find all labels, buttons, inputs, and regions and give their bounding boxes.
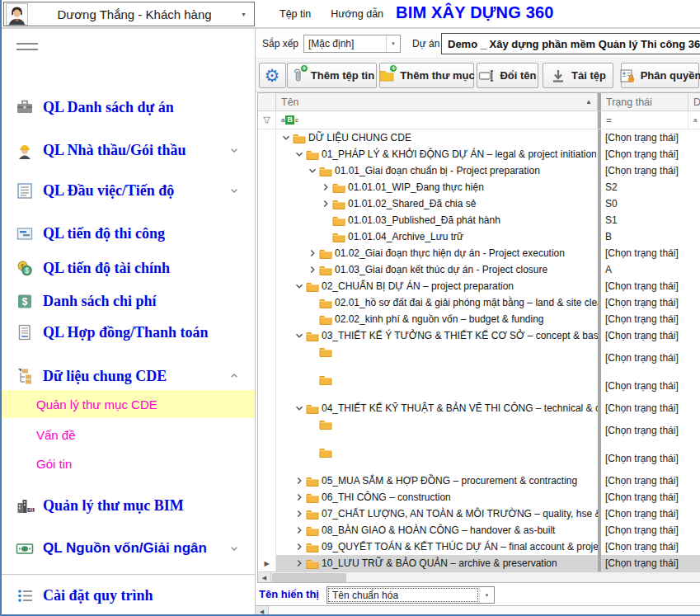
user-selector[interactable]: Dương Thắng - Khách hàng ▼ [3, 2, 255, 26]
status-cell[interactable]: [Chọn trạng thái] [601, 311, 688, 327]
name-cell[interactable]: 04.02_bản vẽ thi công & yêu cầu kỹ thuật… [276, 444, 598, 473]
filter-name-cell[interactable]: aBc [276, 111, 598, 129]
add-folder-button[interactable]: +Thêm thư mục [379, 63, 474, 88]
display-name-select[interactable]: Tên chuẩn hóa ▼ [327, 586, 495, 604]
status-cell[interactable]: [Chọn trạng thái] [601, 344, 688, 372]
tree-row[interactable]: 04.01_thiết kế kỹ thuật & phối hợp bim –… [258, 416, 700, 444]
expand-icon[interactable] [293, 557, 306, 569]
status-cell[interactable]: [Chọn trạng thái] [601, 400, 688, 416]
name-cell[interactable]: 01.02_Giai đoạn thực hiện dự án - Projec… [276, 245, 598, 261]
tree-row[interactable]: 02.01_hồ sơ đất đai & giải phóng mặt bằn… [258, 294, 700, 311]
status-cell[interactable]: [Chọn trạng thái] [601, 489, 688, 505]
status-cell[interactable]: [Chọn trạng thái] [601, 473, 688, 489]
sidebar-item-contractors[interactable]: QL Nhà thầu/Gói thầu [2, 136, 256, 164]
tree-row[interactable]: 01.01.03_Published_Đã phát hànhS1 [258, 212, 700, 228]
status-cell[interactable]: S2 [601, 179, 688, 195]
sidebar-item-funding-disbursement[interactable]: QL Nguồn vốn/Giải ngân [2, 534, 256, 562]
sidebar-item-financial-progress[interactable]: QL tiến độ tài chính [2, 254, 256, 282]
permissions-button[interactable]: Phân quyền [621, 63, 699, 88]
name-cell[interactable]: 01_PHÁP LÝ & KHỞI ĐỘNG DỰ ÁN – legal & p… [276, 146, 598, 162]
header-name-column[interactable]: Tên ▲ [276, 93, 598, 111]
expand-icon[interactable] [319, 181, 332, 193]
collapse-icon[interactable] [293, 330, 306, 341]
sidebar-item-cde-folder-management[interactable]: Quản lý thư mục CDE [2, 390, 256, 418]
project-name-field[interactable]: Demo _ Xây dựng phần mềm Quản lý Thi côn… [441, 33, 700, 54]
expand-icon[interactable] [293, 475, 306, 487]
grid-horizontal-scrollbar[interactable]: ◀ [258, 571, 700, 583]
add-file-button[interactable]: +Thêm tệp tin [287, 63, 377, 88]
name-cell[interactable]: 02.01_hồ sơ đất đai & giải phóng mặt bằn… [276, 294, 598, 311]
tree-row[interactable]: 06_THI CÔNG – construction[Chọn trạng th… [258, 489, 700, 505]
name-cell[interactable]: 08_BÀN GIAO & HOÀN CÔNG – handover & as-… [276, 522, 598, 538]
name-cell[interactable]: 06_THI CÔNG – construction [276, 489, 598, 505]
menu-item-file[interactable]: Tệp tin [270, 0, 321, 27]
sidebar-item-contracts-payment[interactable]: QL Hợp đồng/Thanh toán [2, 318, 256, 346]
sidebar-item-cde-common-data[interactable]: Dữ liệu chung CDE [2, 362, 256, 390]
status-cell[interactable]: [Chọn trạng thái] [601, 162, 688, 179]
sidebar-item-process-settings[interactable]: Cài đặt quy trình [2, 581, 256, 609]
expand-icon[interactable] [293, 541, 306, 553]
tree-row[interactable]: 01.03_Giai đoạn kết thúc dự án - Project… [258, 261, 700, 278]
name-cell[interactable]: 01.01_Giai đoạn chuẩn bị - Project prepa… [276, 162, 598, 179]
name-cell[interactable]: 01.01.01_WIP_Đang thực hiện [276, 179, 598, 195]
sidebar-item-tasks-progress[interactable]: QL Đầu việc/Tiến độ [2, 176, 256, 205]
name-cell[interactable]: 02.02_kinh phí & nguồn vốn – budget & fu… [276, 311, 598, 327]
page-horizontal-scrollbar[interactable]: ◀ [256, 605, 700, 616]
status-cell[interactable]: [Chọn trạng thái] [601, 522, 688, 538]
tree-row[interactable]: 02_CHUẨN BỊ DỰ ÁN – project preparation[… [258, 278, 700, 294]
status-cell[interactable]: [Chọn trạng thái] [601, 327, 688, 344]
expand-icon[interactable] [306, 247, 319, 259]
status-cell[interactable]: [Chọn trạng thái] [601, 505, 688, 522]
tree-row[interactable]: 01.01_Giai đoạn chuẩn bị - Project prepa… [258, 162, 700, 179]
name-cell[interactable]: 10_LƯU TRỮ & BẢO QUẢN – archive & preser… [276, 555, 598, 571]
sidebar-item-issues[interactable]: Vấn đề [2, 421, 256, 449]
collapse-icon[interactable] [306, 165, 319, 176]
collapse-icon[interactable] [293, 148, 306, 160]
scrollbar-thumb[interactable] [272, 573, 346, 583]
tree-row[interactable]: 02.02_kinh phí & nguồn vốn – budget & fu… [258, 311, 700, 327]
status-cell[interactable]: [Chọn trạng thái] [601, 129, 688, 146]
collapse-icon[interactable] [293, 402, 306, 414]
sidebar-item-construction-progress[interactable]: QL tiến độ thi công [2, 219, 256, 247]
scroll-left-icon[interactable]: ◀ [258, 572, 271, 583]
sidebar-item-cost-list[interactable]: Danh sách chi phí [2, 287, 256, 315]
name-cell[interactable]: 01.01.02_Shared_Đã chia sẻ [276, 195, 598, 212]
header-status-column[interactable]: Trạng thái [601, 93, 688, 111]
name-cell[interactable]: 01.03_Giai đoạn kết thúc dự án - Project… [276, 261, 598, 278]
tree-row[interactable]: DỮ LIỆU CHUNG CDE[Chọn trạng thái] [258, 129, 700, 146]
status-cell[interactable]: [Chọn trạng thái] [601, 278, 688, 294]
name-cell[interactable]: 03_THIẾT KẾ Ý TƯỞNG & THIẾT KẾ CƠ SỞ – c… [276, 327, 598, 344]
tree-row[interactable]: 04.02_bản vẽ thi công & yêu cầu kỹ thuật… [258, 444, 700, 473]
name-cell[interactable]: 05_MUA SẮM & HỢP ĐỒNG – procurement & co… [276, 473, 598, 489]
sort-select[interactable]: [Mặc định] ▼ [303, 35, 401, 53]
name-cell[interactable]: 09_QUYẾT TOÁN & KẾT THÚC DỰ ÁN – final a… [276, 538, 598, 555]
status-cell[interactable]: [Chọn trạng thái] [601, 294, 688, 311]
status-cell[interactable]: [Chọn trạng thái] [601, 555, 688, 571]
status-cell[interactable]: S0 [601, 195, 688, 212]
tree-row[interactable]: 04_THIẾT KẾ KỸ THUẬT & BẢN VẼ THI CÔNG –… [258, 400, 700, 416]
name-cell[interactable]: DỮ LIỆU CHUNG CDE [276, 129, 598, 146]
tree-row[interactable]: 01.01.02_Shared_Đã chia sẻS0 [258, 195, 700, 212]
filter-d-cell[interactable]: a [688, 111, 700, 129]
tree-row[interactable]: 03.01_thiết kế ý tưởng & mô hình BIM sơ … [258, 344, 700, 372]
tree-row[interactable]: 01_PHÁP LÝ & KHỞI ĐỘNG DỰ ÁN – legal & p… [258, 146, 700, 162]
tree-row[interactable]: 01.01.01_WIP_Đang thực hiệnS2 [258, 179, 700, 195]
expand-icon[interactable] [306, 264, 319, 275]
name-cell[interactable]: 04_THIẾT KẾ KỸ THUẬT & BẢN VẼ THI CÔNG –… [276, 400, 598, 416]
filter-funnel-icon[interactable] [258, 111, 276, 129]
status-cell[interactable]: [Chọn trạng thái] [601, 146, 688, 162]
tree-row[interactable]: 01.02_Giai đoạn thực hiện dự án - Projec… [258, 245, 700, 261]
rename-button[interactable]: Đổi tên [477, 63, 538, 88]
settings-button[interactable]: ⚙ [259, 63, 286, 88]
name-cell[interactable]: 03.02_bản vẽ thiết kế cơ sở & phê duyệt … [276, 372, 598, 400]
sidebar-item-bim-folder-management[interactable]: Quản lý thư mục BIM [2, 491, 256, 520]
collapse-icon[interactable] [293, 280, 306, 292]
tree-row[interactable]: ▶10_LƯU TRỮ & BẢO QUẢN – archive & prese… [258, 555, 700, 571]
status-cell[interactable]: [Chọn trạng thái] [601, 538, 688, 555]
expand-icon[interactable] [293, 508, 306, 520]
collapse-icon[interactable] [280, 132, 293, 143]
tree-row[interactable]: 07_CHẤT LƯỢNG, AN TOÀN & MÔI TRƯỜNG – qu… [258, 505, 700, 522]
tree-row[interactable]: 03_THIẾT KẾ Ý TƯỞNG & THIẾT KẾ CƠ SỞ – c… [258, 327, 700, 344]
header-d-column[interactable]: D [688, 93, 700, 111]
filter-status-cell[interactable]: = [601, 111, 688, 129]
